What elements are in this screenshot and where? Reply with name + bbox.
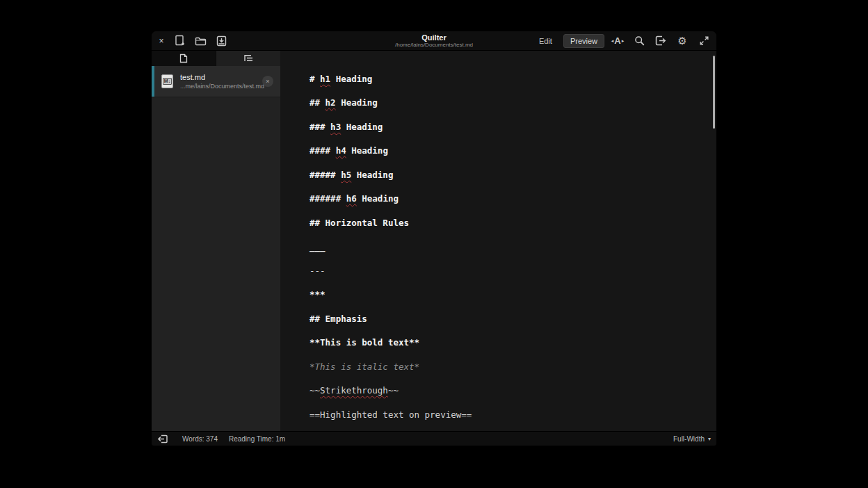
tab-outline[interactable] [216,51,280,66]
editor-line: ## h2 Heading [310,91,702,115]
font-larger-icon: ▸ [622,38,625,43]
editor-line: *** [310,283,702,307]
open-folder-icon [195,36,207,46]
save-icon [216,35,227,47]
save-file-button[interactable] [214,34,229,48]
vertical-scrollbar[interactable] [713,56,715,129]
close-file-button[interactable]: × [262,76,273,87]
misspelled-word: h6 [346,193,357,204]
font-smaller-icon: ◂ [611,38,614,43]
editor-line: ___ [310,235,702,259]
misspelled-word: h5 [341,170,351,180]
fullscreen-icon [700,36,709,45]
misspelled-word: Strikethrough [320,385,388,396]
width-mode-label: Full-Width [673,435,705,443]
markdown-file-icon: M↓ [161,74,173,88]
headerbar: × Quilter [152,31,716,51]
font-size-button[interactable]: ◂A▸ [609,33,626,49]
misspelled-word: h3 [330,122,341,132]
headerbar-right: Edit Preview ◂A▸ ⚙ [533,31,712,50]
sidebar-tabbar [152,51,280,66]
misspelled-word: h2 [326,97,336,108]
selected-accent-bar [152,66,154,97]
file-path-subtitle: /home/lains/Documents/test.md [395,42,473,48]
editor-line: ## Emphasis [310,307,702,331]
statusbar-left: Words: 374 Reading Time: 1m [157,434,285,444]
close-icon: × [266,78,269,85]
quilter-window: × Quilter [152,31,716,446]
editor-line: **This is bold text** [310,331,702,355]
misspelled-word: h1 [320,74,330,84]
markdown-badge: M↓ [163,78,172,85]
width-mode-dropdown[interactable]: Full-Width ▾ [673,435,711,443]
reading-time: Reading Time: 1m [229,435,285,443]
hide-sidebar-icon [158,434,168,444]
editor-line: ###### h6 Heading [310,187,702,211]
open-file-button[interactable] [193,34,208,48]
app-title: Quilter [421,33,446,42]
headerbar-left: × [152,34,229,48]
export-button[interactable] [652,33,669,49]
editor-line: *This is italic text* [310,355,702,379]
outline-icon [243,54,253,63]
tab-files[interactable] [152,51,216,66]
main-area: M↓ test.md ...me/lains/Documents/test.md… [152,51,716,431]
editor-line: ##### h5 Heading [310,163,702,187]
window-close-icon[interactable]: × [156,36,166,46]
toggle-sidebar-button[interactable] [157,434,168,444]
file-meta: test.md ...me/lains/Documents/test.md [180,74,264,90]
new-file-icon [174,35,185,47]
search-button[interactable] [631,33,648,49]
edit-mode-button[interactable]: Edit [533,35,558,47]
editor-line: ## Horizontal Rules [310,211,702,235]
statusbar: Words: 374 Reading Time: 1m Full-Width ▾ [152,431,716,446]
gear-icon: ⚙ [677,35,686,46]
document-icon [179,54,188,63]
export-icon [655,35,666,46]
editor-line: ### h3 Heading [310,115,702,139]
word-count: Words: 374 [182,435,218,443]
preview-mode-button[interactable]: Preview [563,34,604,48]
editor-line: # h1 Heading [310,67,702,91]
file-name: test.md [180,74,264,81]
file-path: ...me/lains/Documents/test.md [180,83,264,90]
file-list-item[interactable]: M↓ test.md ...me/lains/Documents/test.md… [152,66,280,97]
sidebar: M↓ test.md ...me/lains/Documents/test.md… [152,51,280,431]
editor-lines: # h1 Heading## h2 Heading### h3 Heading#… [280,51,716,427]
fullscreen-button[interactable] [696,33,712,49]
misspelled-word: h4 [336,145,346,156]
editor-pane[interactable]: # h1 Heading## h2 Heading### h3 Heading#… [280,51,716,431]
chevron-down-icon: ▾ [708,436,711,442]
font-letter: A [614,35,620,46]
editor-line: --- [310,259,702,283]
search-icon [634,35,645,46]
editor-line: ==Highlighted text on preview== [310,402,702,427]
editor-line: #### h4 Heading [310,139,702,163]
new-file-button[interactable] [172,34,187,48]
editor-line: ~~Strikethrough~~ [310,379,702,403]
settings-button[interactable]: ⚙ [674,33,691,49]
